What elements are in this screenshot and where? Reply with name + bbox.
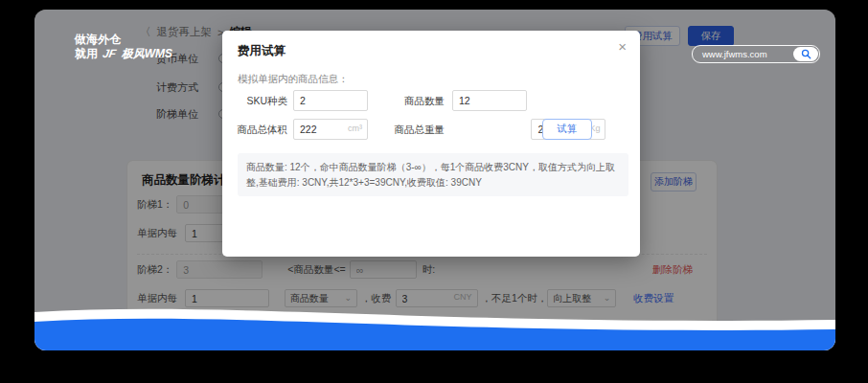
modal-caption: 模拟单据内的商品信息： <box>238 73 349 86</box>
brand-name: 极风WMS <box>122 47 172 60</box>
product-qty-input[interactable] <box>452 90 527 111</box>
slogan-prefix: 就用 <box>75 47 98 60</box>
website-url: www.jfwms.com <box>693 49 793 59</box>
fee-trial-modal: 费用试算 × 模拟单据内的商品信息： SKU种类 商品数量 商品总体积 cm³ … <box>222 31 640 257</box>
website-pill: www.jfwms.com <box>692 45 820 63</box>
close-icon[interactable]: × <box>618 39 627 54</box>
footer-slogan: 做海外仓 就用 JF 极风WMS <box>75 33 172 61</box>
modal-title: 费用试算 <box>238 43 286 59</box>
slogan-line2: 就用 JF 极风WMS <box>75 47 172 61</box>
trial-calc-button[interactable]: 试算 <box>542 119 592 140</box>
slogan-line1: 做海外仓 <box>75 33 172 47</box>
sku-type-label: SKU种类 <box>232 95 287 108</box>
sku-type-input[interactable] <box>293 90 368 111</box>
trial-result-box: 商品数量: 12个，命中商品数量阶梯（3-∞），每1个商品收费3CNY，取值方式… <box>238 153 628 196</box>
product-qty-label: 商品数量 <box>393 95 445 108</box>
total-weight-label: 商品总重量 <box>393 124 445 137</box>
jf-logo: JF <box>102 47 118 61</box>
app-window: 〈 退货再上架 > 编辑 费用试算 保存 货币单位 计费方式 阶梯单位 商品数量… <box>34 10 835 350</box>
canvas: { "window": { "breadcrumb": {"back_icon"… <box>0 0 868 383</box>
search-button[interactable] <box>793 47 818 61</box>
search-icon <box>801 49 811 59</box>
total-volume-label: 商品总体积 <box>228 124 287 137</box>
total-volume-input[interactable] <box>293 119 368 140</box>
